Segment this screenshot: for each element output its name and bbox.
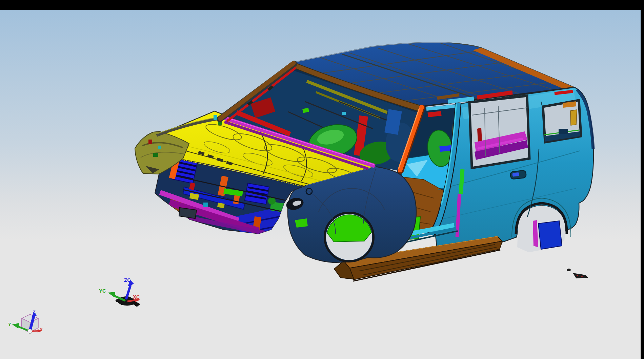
wcs-triad[interactable]: ZC YC XC (99, 277, 140, 307)
quarter-window[interactable] (543, 100, 581, 142)
suv-body-in-white-model[interactable] (135, 42, 593, 281)
top-black-bar (0, 0, 644, 10)
view-x-label: X (40, 327, 43, 332)
rear-door-window[interactable] (469, 96, 529, 168)
3d-scene[interactable]: ZC YC XC Z Y X (0, 0, 644, 359)
right-black-bar (641, 0, 644, 359)
wcs-z-label: ZC (124, 277, 131, 283)
arch-blue-box (538, 221, 562, 249)
origin-sphere[interactable] (28, 329, 32, 334)
view-z-label: Z (33, 310, 36, 315)
gold-bracket (570, 110, 577, 125)
view-orientation-triad[interactable]: Z Y X (8, 310, 43, 334)
wcs-x-label: XC (133, 294, 140, 300)
rail-accent-red-2 (555, 91, 573, 93)
cad-application-window: ZC YC XC Z Y X (0, 0, 644, 359)
rear-door-handle[interactable] (510, 170, 526, 180)
wcs-y-label: YC (99, 288, 106, 294)
view-y-label: Y (8, 322, 11, 327)
detached-small-parts[interactable] (567, 269, 588, 278)
